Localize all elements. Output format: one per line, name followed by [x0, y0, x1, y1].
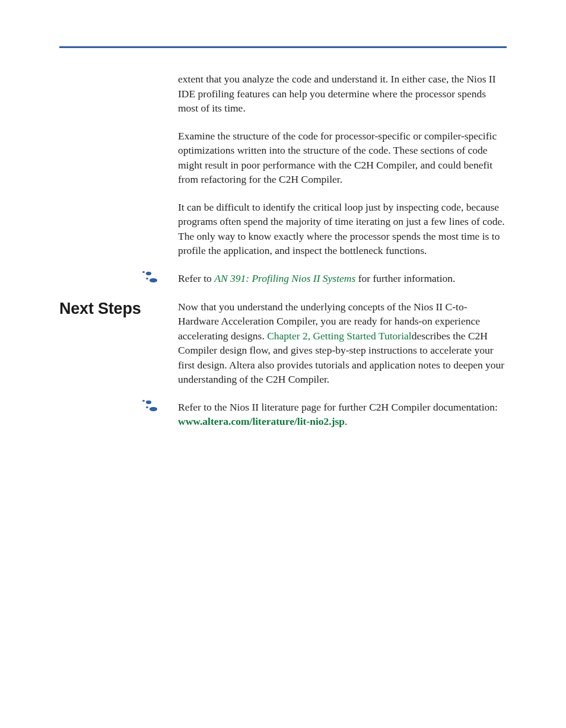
header-rule [59, 46, 507, 48]
note-1-suffix: for further information. [355, 272, 455, 284]
note-2-prefix: Refer to the Nios II literature page for… [178, 401, 498, 413]
next-steps-link[interactable]: Chapter 2, Getting Started Tutorial [267, 330, 412, 342]
next-steps-paragraph: Now that you understand the underlying c… [178, 300, 507, 387]
note-1: Refer to AN 391: Profiling Nios II Syste… [178, 271, 507, 286]
note-1-link[interactable]: AN 391: Profiling Nios II Systems [214, 272, 355, 284]
body-paragraph-2: Examine the structure of the code for pr… [178, 129, 507, 187]
body-paragraph-3: It can be difficult to identify the crit… [178, 200, 507, 258]
note-2: Refer to the Nios II literature page for… [178, 400, 507, 429]
note-1-prefix: Refer to [178, 272, 214, 284]
section-heading-next-steps: Next Steps [59, 300, 141, 318]
footsteps-icon [140, 271, 160, 287]
body-paragraph-1: extent that you analyze the code and und… [178, 72, 507, 116]
note-2-suffix: . [345, 415, 347, 427]
footsteps-icon [140, 400, 160, 415]
note-2-link[interactable]: www.altera.com/literature/lit-nio2.jsp [178, 415, 345, 427]
